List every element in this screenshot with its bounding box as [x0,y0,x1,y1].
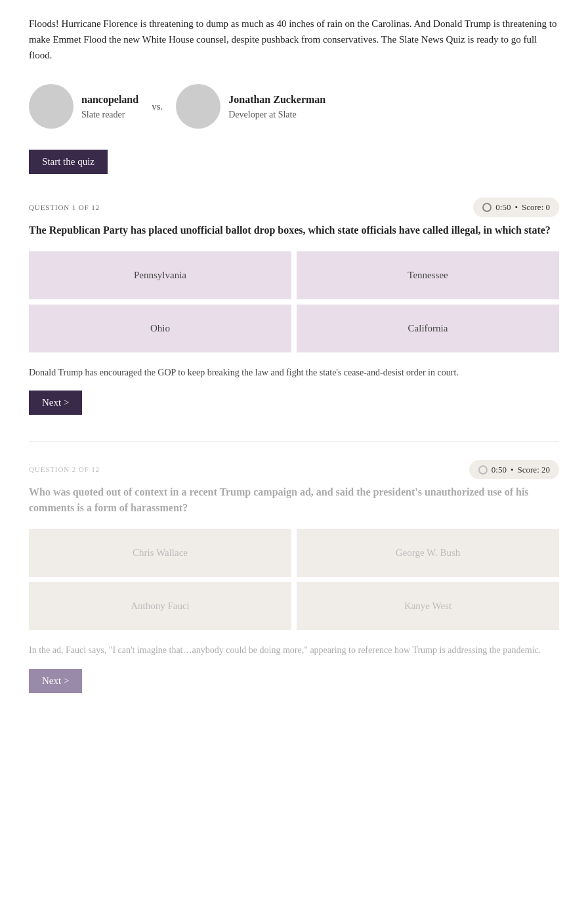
question2-timer-score: 0:50 • Score: 20 [469,460,559,480]
player1-avatar [29,84,74,129]
q2-answer-anthonyfauci[interactable]: Anthony Fauci [29,582,291,630]
question2-explanation: In the ad, Fauci says, "I can't imagine … [29,643,559,658]
question1-text: The Republican Party has placed unoffici… [29,222,559,238]
player2: Jonathan Zuckerman Developer at Slate [176,84,326,129]
question1-next-button[interactable]: Next > [29,391,82,415]
question1-meta: QUESTION 1 OF 12 0:50 • Score: 0 [29,198,559,217]
question2-score: Score: 20 [518,463,550,477]
player2-name: Jonathan Zuckerman [228,92,326,108]
question2-text: Who was quoted out of context in a recen… [29,484,559,516]
q1-answer-pennsylvania[interactable]: Pennsylvania [29,251,291,299]
question1-timer: 0:50 [495,201,511,214]
question1-label: QUESTION 1 OF 12 [29,202,100,213]
clock-icon-q2 [478,465,488,475]
question1-score: Score: 0 [522,201,550,214]
player2-avatar [176,84,220,129]
intro-text: Floods! Hurricane Florence is threatenin… [29,16,559,63]
q2-answer-chriswallace[interactable]: Chris Wallace [29,529,291,577]
q1-answer-tennessee[interactable]: Tennessee [297,251,559,299]
player2-info: Jonathan Zuckerman Developer at Slate [228,92,326,121]
player1: nancopeland Slate reader [29,84,138,129]
question2-answers: Chris Wallace George W. Bush Anthony Fau… [29,529,559,630]
question1-timer-score: 0:50 • Score: 0 [473,198,559,217]
player1-role: Slate reader [81,108,138,121]
q1-answer-california[interactable]: California [297,305,559,352]
question2-dot: • [511,463,514,477]
question1-answers: Pennsylvania Tennessee Ohio California [29,251,559,352]
question2-meta: QUESTION 2 OF 12 0:50 • Score: 20 [29,460,559,480]
question1-dot: • [514,201,518,214]
player1-info: nancopeland Slate reader [81,92,138,121]
q2-answer-kanyewest[interactable]: Kanye West [297,582,559,630]
start-quiz-button[interactable]: Start the quiz [29,150,108,174]
vs-label: vs. [152,99,163,114]
question2-next-button[interactable]: Next > [29,669,82,693]
player1-name: nancopeland [81,92,138,108]
player2-role: Developer at Slate [228,108,326,121]
clock-icon-q1 [482,203,492,212]
q1-answer-ohio[interactable]: Ohio [29,305,291,352]
question2-timer: 0:50 [492,463,507,477]
question2-label: QUESTION 2 OF 12 [29,464,100,475]
q2-answer-georgewbush[interactable]: George W. Bush [297,529,559,577]
divider [29,441,559,442]
question2-block: QUESTION 2 OF 12 0:50 • Score: 20 Who wa… [29,460,559,693]
vs-section: nancopeland Slate reader vs. Jonathan Zu… [29,84,559,129]
question1-block: QUESTION 1 OF 12 0:50 • Score: 0 The Rep… [29,198,559,415]
question1-explanation: Donald Trump has encouraged the GOP to k… [29,366,559,380]
